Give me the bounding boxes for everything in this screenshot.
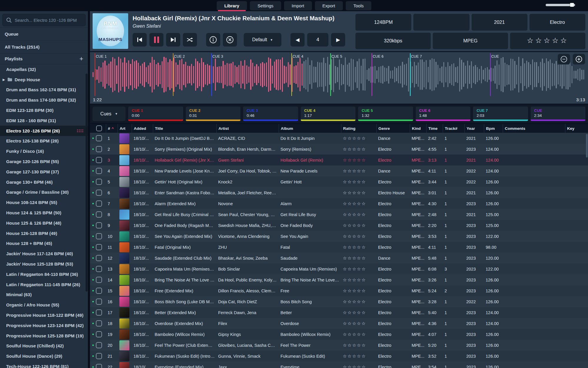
zoom-slider[interactable]: [546, 4, 575, 6]
column-header-comments[interactable]: Comments: [503, 124, 565, 133]
bitrate-box[interactable]: 320kbps: [355, 33, 431, 49]
cell-rating[interactable]: ☆☆☆☆☆: [341, 277, 376, 283]
tab-export[interactable]: Export: [315, 1, 343, 10]
row-checkbox[interactable]: [96, 222, 102, 228]
column-header-key[interactable]: Key: [565, 124, 588, 133]
waveform-cue-marker[interactable]: [330, 53, 331, 96]
row-checkbox[interactable]: [96, 157, 102, 163]
playlist-item[interactable]: ▶ Drum and Bass 162-174 BPM (31): [0, 85, 88, 95]
table-row[interactable]: 9 18/10/... One Faded Body (Ragash Mas..…: [90, 220, 588, 231]
playlist-item[interactable]: ▶ Soulful House (Dance) (29): [0, 351, 88, 361]
cell-rating[interactable]: ☆☆☆☆☆: [341, 266, 376, 272]
table-row[interactable]: 5 18/10/... Gettin' Hott (Original Mix) …: [90, 176, 588, 187]
cell-rating[interactable]: ☆☆☆☆☆: [341, 354, 376, 359]
playlist-item[interactable]: ▶ EDM 128 - 160 BPM (31): [0, 115, 88, 126]
loop-decrease-button[interactable]: ◀: [290, 33, 305, 47]
row-checkbox[interactable]: [96, 179, 102, 185]
tab-import[interactable]: Import: [284, 1, 312, 10]
table-row[interactable]: 16 18/10/... Boss Bitch Song (Luke DB Ma…: [90, 296, 588, 307]
playlist-item[interactable]: ▶ Progressive House 125-128 BPM (19): [0, 331, 88, 341]
waveform-cue-marker[interactable]: [372, 53, 372, 96]
waveform-cue-marker[interactable]: [490, 53, 491, 96]
eject-button[interactable]: [223, 33, 237, 47]
playlist-item[interactable]: ▶ Minimal (63): [0, 290, 88, 300]
key-box[interactable]: [413, 14, 469, 31]
table-row[interactable]: 18 18/10/... Overdose (Extended Mix) Fil…: [90, 318, 588, 329]
playlist-item[interactable]: ▶ Soulful House (Chilled) (42): [0, 341, 88, 351]
waveform-zoom-in-button[interactable]: [573, 54, 585, 64]
genre-box[interactable]: Electro: [529, 14, 585, 31]
row-checkbox[interactable]: [96, 309, 102, 316]
waveform[interactable]: [93, 54, 585, 95]
table-row[interactable]: 10 18/10/... See You Again (Extended Mix…: [90, 231, 588, 242]
table-row[interactable]: 19 18/10/... Bamboleo (Willcox Remix) Gi…: [90, 329, 588, 340]
table-row[interactable]: 8 18/10/... Get Real Life Busy (Criminal…: [90, 209, 588, 220]
cue-card[interactable]: CUE 2 0:31: [186, 107, 241, 121]
playlist-item[interactable]: ▶ Jackin' House 117-124 BPM (40): [0, 248, 88, 259]
cell-rating[interactable]: ☆☆☆☆☆: [341, 136, 376, 141]
table-row[interactable]: 2 18/10/... Sorry (Remixes) (Original Mi…: [90, 144, 588, 155]
waveform-cue-marker[interactable]: [173, 53, 174, 96]
table-row[interactable]: 12 18/10/... Saudade (Extended Club Mix)…: [90, 253, 588, 263]
row-checkbox[interactable]: [96, 200, 102, 207]
cue-card[interactable]: CUE 7 2:03: [473, 107, 528, 121]
playlist-item[interactable]: ▶ Garage 120-126 BPM (55): [0, 156, 88, 167]
cell-rating[interactable]: ☆☆☆☆☆: [341, 168, 376, 174]
playlist-item[interactable]: ▶ EDM 123-128 BPM (30): [0, 105, 88, 115]
waveform-mode-dropdown[interactable]: Default ▼: [244, 33, 281, 47]
table-row[interactable]: 11 18/10/... Fatal (Original Mix) ZHU Fa…: [90, 242, 588, 253]
playlist-item[interactable]: ▶ Latin / Reggaeton 111-145 BPM (26): [0, 279, 88, 290]
table-row[interactable]: 7 18/10/... Alarm (Extended Mix) Novone …: [90, 198, 588, 209]
search-input[interactable]: Search... Electro 120 -126 BPM: [2, 14, 86, 26]
row-checkbox[interactable]: [96, 320, 102, 326]
cue-card[interactable]: CUE 2:34: [531, 107, 586, 121]
cell-rating[interactable]: ☆☆☆☆☆: [341, 364, 376, 368]
table-row[interactable]: 14 18/10/... Bring The Noise At The Love…: [90, 274, 588, 285]
cell-rating[interactable]: ☆☆☆☆☆: [341, 332, 376, 337]
cell-rating[interactable]: ☆☆☆☆☆: [341, 321, 376, 326]
row-checkbox[interactable]: [96, 255, 102, 261]
row-checkbox[interactable]: [96, 146, 102, 152]
row-checkbox[interactable]: [96, 288, 102, 294]
cell-rating[interactable]: ☆☆☆☆☆: [341, 147, 376, 152]
cue-card[interactable]: CUE 5 1:32: [358, 107, 413, 121]
select-all-checkbox[interactable]: [96, 125, 102, 131]
playlist-item[interactable]: ▶ Jackin' House 125-128 BPM (53): [0, 259, 88, 269]
cell-rating[interactable]: ☆☆☆☆☆: [341, 158, 376, 163]
cell-rating[interactable]: ☆☆☆☆☆: [341, 245, 376, 250]
column-header-genre[interactable]: Genre: [376, 124, 410, 133]
row-checkbox[interactable]: [96, 168, 102, 174]
row-checkbox[interactable]: [96, 233, 102, 239]
column-header-title[interactable]: Title: [153, 124, 216, 133]
loop-increase-button[interactable]: ▶: [331, 33, 345, 47]
cell-rating[interactable]: ☆☆☆☆☆: [341, 256, 376, 261]
caret-right-icon[interactable]: ▶: [3, 78, 5, 81]
table-row[interactable]: 4 18/10/... New Parade Levels (Jose Knig…: [90, 165, 588, 176]
table-row[interactable]: 3 18/10/... Hollaback Girl (Remix) (Jnr …: [90, 155, 588, 165]
row-checkbox[interactable]: [96, 244, 102, 250]
playlist-item[interactable]: ▶ Drum and Bass 174-180 BPM (32): [0, 95, 88, 105]
cue-card[interactable]: CUE 3 0:46: [243, 107, 298, 121]
cues-dropdown[interactable]: Cues ▼: [93, 107, 126, 121]
row-checkbox[interactable]: [96, 277, 102, 283]
cell-rating[interactable]: ☆☆☆☆☆: [341, 190, 376, 195]
row-checkbox[interactable]: [96, 342, 102, 348]
table-row[interactable]: 13 18/10/... Capoeira Mata Um (Remixes) …: [90, 263, 588, 274]
row-checkbox[interactable]: [96, 331, 102, 337]
row-checkbox[interactable]: [96, 364, 102, 368]
playlist-item[interactable]: ▶ Funky / Disco (16): [0, 146, 88, 156]
previous-track-button[interactable]: [133, 33, 147, 47]
playlist-item[interactable]: ▶ Acapellas (32): [0, 64, 88, 74]
next-track-button[interactable]: [166, 33, 180, 47]
column-header-tracknum[interactable]: Track#: [443, 124, 465, 133]
year-box[interactable]: 2021: [472, 14, 527, 31]
pause-button[interactable]: [149, 33, 163, 47]
playlist-item[interactable]: ▶ House 128 + BPM (45): [0, 238, 88, 249]
playlist-item[interactable]: ▶ Tech-House 122-126 BPM (81): [0, 361, 88, 368]
filetype-box[interactable]: MPEG: [433, 33, 508, 49]
row-checkbox[interactable]: [96, 299, 102, 305]
table-row[interactable]: 15 18/10/... Free (Extended Mix) Dillon …: [90, 285, 588, 296]
cell-rating[interactable]: ☆☆☆☆☆: [341, 234, 376, 239]
track-info-button[interactable]: [206, 33, 220, 47]
sidebar-item-queue[interactable]: Queue: [0, 27, 88, 40]
